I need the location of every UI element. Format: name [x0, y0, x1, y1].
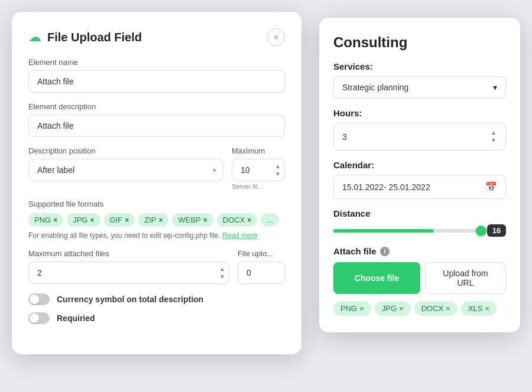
- upload-cloud-icon: ☁: [28, 30, 41, 45]
- services-value: Strategic planning: [342, 83, 408, 92]
- tag-gif-remove[interactable]: ×: [125, 216, 129, 224]
- maximum-up-arrow[interactable]: ▲: [274, 163, 281, 170]
- panel-tag-png-remove[interactable]: ×: [359, 304, 364, 313]
- currency-toggle-row: Currency symbol on total description: [28, 293, 285, 305]
- modal-title: File Upload Field: [47, 31, 142, 44]
- panel-tag-docx[interactable]: DOCX ×: [414, 301, 458, 316]
- file-upload-wrapper: [238, 262, 285, 284]
- consulting-panel: Consulting Services: Strategic planning …: [319, 18, 520, 332]
- services-label: Services:: [333, 61, 506, 71]
- calendar-value: 15.01.2022- 25.01.2022: [342, 182, 430, 192]
- currency-toggle-label: Currency symbol on total description: [57, 295, 203, 304]
- description-position-col: Description position After label ▾: [28, 146, 223, 181]
- panel-tags-row: PNG × JPG × DOCX × XLS ×: [333, 301, 506, 316]
- formats-hint: For enabling all file types, you need to…: [28, 231, 285, 240]
- tag-docx-remove[interactable]: ×: [247, 216, 251, 224]
- element-description-label: Element description: [28, 102, 285, 111]
- hint-text-content: For enabling all file types, you need to…: [28, 231, 220, 240]
- server-file-note: Server fil...: [232, 183, 285, 190]
- max-files-label: Maximum attached files: [28, 249, 229, 258]
- formats-tags-row: PNG × JPG × GIF × ZIP × WEBP × DOCX × ..…: [28, 213, 285, 227]
- modal-header: ☁ File Upload Field ×: [28, 28, 285, 46]
- services-chevron-icon: ▾: [493, 83, 497, 92]
- tag-docx[interactable]: DOCX ×: [217, 213, 258, 227]
- required-toggle-knob: [30, 313, 39, 323]
- tag-png-remove[interactable]: ×: [53, 216, 57, 224]
- distance-slider-thumb[interactable]: [476, 226, 486, 236]
- maximum-input-wrapper: ▲ ▼: [232, 159, 285, 181]
- maximum-arrows: ▲ ▼: [274, 163, 281, 178]
- position-max-row: Description position After label ▾ Maxim…: [28, 146, 285, 190]
- element-description-group: Element description: [28, 102, 285, 137]
- hours-up-arrow[interactable]: ▲: [490, 129, 497, 136]
- calendar-label: Calendar:: [333, 160, 506, 170]
- distance-slider-fill: [333, 229, 434, 233]
- tag-zip-remove[interactable]: ×: [158, 216, 163, 224]
- distance-slider-track[interactable]: [333, 229, 481, 233]
- close-button[interactable]: ×: [267, 28, 285, 46]
- attach-file-label-row: Attach file i: [333, 246, 506, 256]
- tag-gif[interactable]: GIF ×: [104, 213, 135, 227]
- consulting-title: Consulting: [333, 34, 506, 51]
- file-upload-col: File uplo...: [238, 249, 285, 284]
- hours-down-arrow[interactable]: ▼: [490, 137, 497, 144]
- calendar-field[interactable]: 15.01.2022- 25.01.2022 📅: [333, 175, 506, 199]
- description-position-wrapper: After label ▾: [28, 159, 223, 181]
- calendar-icon: 📅: [485, 181, 497, 192]
- element-name-input[interactable]: [28, 70, 285, 93]
- choose-file-button[interactable]: Choose file: [333, 262, 420, 294]
- tag-webp[interactable]: WEBP ×: [172, 213, 213, 227]
- panel-tag-png[interactable]: PNG ×: [333, 301, 371, 316]
- read-more-link[interactable]: Read more: [222, 231, 257, 240]
- panel-tag-jpg-remove[interactable]: ×: [399, 304, 404, 313]
- hours-arrows: ▲ ▼: [490, 129, 497, 144]
- supported-formats-group: Supported file formats PNG × JPG × GIF ×…: [28, 200, 285, 240]
- currency-toggle-knob: [30, 295, 39, 304]
- element-name-group: Element name: [28, 58, 285, 93]
- file-upload-input[interactable]: [238, 262, 285, 284]
- max-files-arrows: ▲ ▼: [219, 266, 226, 280]
- max-files-input[interactable]: [28, 262, 229, 284]
- tag-webp-remove[interactable]: ×: [203, 216, 207, 224]
- max-files-wrapper: ▲ ▼: [28, 262, 229, 284]
- maximum-down-arrow[interactable]: ▼: [274, 171, 281, 178]
- description-position-label: Description position: [28, 146, 223, 155]
- max-files-col: Maximum attached files ▲ ▼: [28, 249, 229, 284]
- modal-title-row: ☁ File Upload Field: [28, 30, 142, 45]
- distance-slider-wrapper: 16: [333, 224, 506, 237]
- required-toggle-label: Requiried: [57, 313, 95, 323]
- max-files-row: Maximum attached files ▲ ▼ File uplo...: [28, 249, 285, 284]
- panel-tag-jpg[interactable]: JPG ×: [375, 301, 411, 316]
- description-position-select[interactable]: After label: [28, 159, 223, 181]
- attach-file-label: Attach file: [333, 246, 377, 256]
- required-toggle-row: Requiried: [28, 312, 285, 324]
- tag-zip[interactable]: ZIP ×: [138, 213, 168, 227]
- tag-jpg[interactable]: JPG ×: [67, 213, 100, 227]
- tag-jpg-remove[interactable]: ×: [90, 216, 94, 224]
- hours-label: Hours:: [333, 108, 506, 118]
- hours-value: 3: [342, 132, 347, 142]
- currency-toggle[interactable]: [28, 293, 50, 305]
- services-dropdown[interactable]: Strategic planning ▾: [333, 76, 506, 99]
- panel-tag-xls[interactable]: XLS ×: [461, 301, 497, 316]
- distance-label: Distance: [333, 208, 506, 218]
- panel-tag-xls-remove[interactable]: ×: [485, 304, 489, 313]
- file-buttons-row: Choose file Upload from URL: [333, 262, 506, 294]
- required-toggle[interactable]: [28, 312, 50, 324]
- main-modal: ☁ File Upload Field × Element name Eleme…: [12, 12, 301, 354]
- element-name-label: Element name: [28, 58, 285, 67]
- maximum-col: Maximum ▲ ▼ Server fil...: [232, 146, 285, 190]
- upload-url-button[interactable]: Upload from URL: [425, 262, 506, 294]
- file-upload-label: File uplo...: [238, 249, 285, 258]
- panel-tag-docx-remove[interactable]: ×: [446, 304, 450, 313]
- max-files-up-arrow[interactable]: ▲: [219, 266, 226, 273]
- maximum-label: Maximum: [232, 146, 285, 155]
- hours-field: 3 ▲ ▼: [333, 123, 506, 151]
- attach-file-info-icon[interactable]: i: [380, 247, 390, 256]
- element-description-input[interactable]: [28, 115, 285, 137]
- distance-slider-value: 16: [487, 224, 506, 237]
- tag-png[interactable]: PNG ×: [28, 213, 63, 227]
- supported-formats-label: Supported file formats: [28, 200, 285, 208]
- tag-more[interactable]: ...: [261, 213, 279, 227]
- max-files-down-arrow[interactable]: ▼: [219, 273, 226, 280]
